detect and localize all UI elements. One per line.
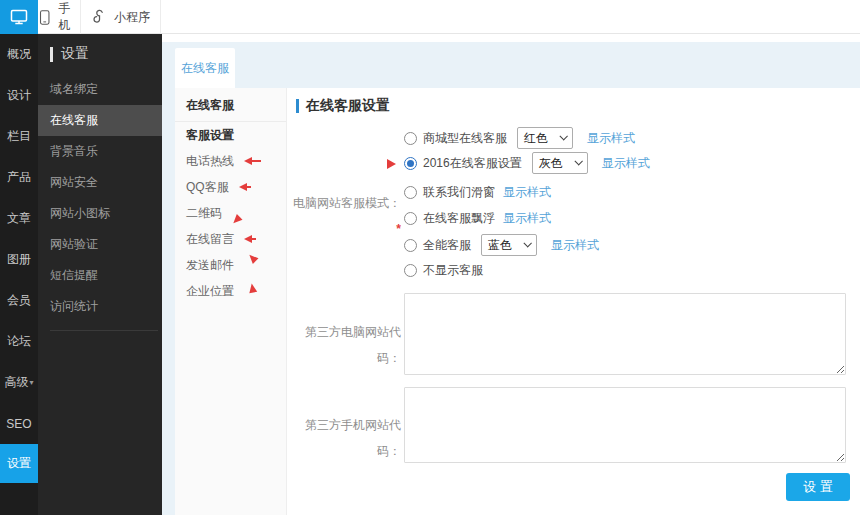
- select-value: 蓝色: [488, 237, 512, 254]
- pc-mode-label-text: 电脑网站客服模式：: [293, 196, 401, 210]
- row-mall-service: 商城型在线客服 红色 显示样式: [404, 125, 635, 151]
- chevron-down-icon: [574, 157, 582, 165]
- miniprogram-tab-label: 小程序: [114, 9, 150, 26]
- red-down-left-arrow-icon: [230, 214, 242, 226]
- monitor-icon: [9, 7, 29, 27]
- rail-item-forum[interactable]: 论坛: [0, 321, 38, 362]
- header-accent-bar: [50, 47, 53, 62]
- rail-item-articles[interactable]: 文章: [0, 198, 38, 239]
- radio-contact-slide-label: 联系我们滑窗: [423, 184, 495, 201]
- submenu-item-phone-hotline[interactable]: 电话热线: [175, 148, 286, 174]
- color-select-2016[interactable]: 灰色: [532, 152, 588, 174]
- show-style-link-contact[interactable]: 显示样式: [503, 184, 551, 201]
- settings-item-online-service[interactable]: 在线客服: [38, 105, 162, 136]
- rail-item-advanced[interactable]: 高级▾: [0, 362, 38, 403]
- miniprogram-icon: [91, 9, 107, 26]
- desktop-version-tab[interactable]: [0, 0, 38, 34]
- tab-online-service[interactable]: 在线客服: [175, 48, 235, 88]
- rail-item-label: 图册: [7, 251, 31, 268]
- chevron-down-icon: [559, 132, 567, 140]
- radio-almighty-service[interactable]: [404, 239, 417, 252]
- topbar: 手机 小程序: [0, 0, 860, 34]
- radio-hide-service-label: 不显示客服: [423, 262, 483, 279]
- row-almighty-service: 全能客服 蓝色 显示样式: [404, 232, 599, 258]
- row-2016-service: 2016在线客服设置 灰色 显示样式: [404, 150, 650, 176]
- settings-item-site-security[interactable]: 网站安全: [38, 167, 162, 198]
- title-accent-bar: [296, 99, 299, 113]
- rail-item-label: 高级: [4, 374, 28, 391]
- rail-item-label: 设置: [7, 455, 31, 472]
- settings-item-background-music[interactable]: 背景音乐: [38, 136, 162, 167]
- app-window: 手机 小程序 概况 设计 栏目 产品 文章 图册 会员 论坛 高级▾ SEO 设…: [0, 0, 860, 515]
- submenu-item-label: 在线留言: [186, 231, 234, 248]
- rail-item-seo[interactable]: SEO: [0, 403, 38, 444]
- submenu-header: 在线客服: [175, 88, 286, 122]
- primary-sidebar: 概况 设计 栏目 产品 文章 图册 会员 论坛 高级▾ SEO 设置: [0, 34, 38, 515]
- submenu-item-service-settings[interactable]: 客服设置: [175, 122, 286, 148]
- rail-item-overview[interactable]: 概况: [0, 34, 38, 75]
- service-submenu: 在线客服 客服设置 电话热线 QQ客服 二维码 在线留言 发送邮件: [175, 88, 287, 515]
- caret-down-icon: ▾: [29, 378, 33, 387]
- row-hide-service: 不显示客服: [404, 257, 483, 283]
- submenu-item-online-message[interactable]: 在线留言: [175, 226, 286, 252]
- rail-item-settings[interactable]: 设置: [0, 444, 38, 483]
- select-value: 红色: [524, 130, 548, 147]
- rail-item-members[interactable]: 会员: [0, 280, 38, 321]
- settings-item-visit-statistics[interactable]: 访问统计: [38, 291, 162, 322]
- submenu-item-qr-code[interactable]: 二维码: [175, 200, 286, 226]
- radio-contact-slide[interactable]: [404, 186, 417, 199]
- pc-code-label: 第三方电脑网站代码：: [288, 319, 401, 345]
- submit-settings-button[interactable]: 设 置: [786, 473, 850, 501]
- radio-almighty-service-label: 全能客服: [423, 237, 471, 254]
- rail-item-products[interactable]: 产品: [0, 157, 38, 198]
- page-title: 在线客服设置: [306, 97, 390, 115]
- submenu-item-label: 电话热线: [186, 153, 234, 170]
- rail-item-label: 概况: [7, 46, 31, 63]
- submenu-item-send-email[interactable]: 发送邮件: [175, 252, 286, 278]
- settings-item-sms-reminder[interactable]: 短信提醒: [38, 260, 162, 291]
- rail-item-columns[interactable]: 栏目: [0, 116, 38, 157]
- red-right-arrow-icon: [387, 159, 396, 169]
- color-select-mall[interactable]: 红色: [517, 127, 573, 149]
- settings-item-favicon[interactable]: 网站小图标: [38, 198, 162, 229]
- submenu-item-company-location[interactable]: 企业位置: [175, 278, 286, 304]
- rail-item-label: 栏目: [7, 128, 31, 145]
- mobile-code-label: 第三方手机网站代码：: [288, 412, 401, 438]
- submenu-item-label: 二维码: [186, 205, 222, 222]
- left-gutter: [162, 88, 175, 515]
- show-style-link-mall[interactable]: 显示样式: [587, 130, 635, 147]
- mobile-code-textarea[interactable]: [404, 387, 846, 463]
- select-value: 灰色: [539, 155, 563, 172]
- radio-mall-service[interactable]: [404, 132, 417, 145]
- submenu-item-qq-service[interactable]: QQ客服: [175, 174, 286, 200]
- submenu-item-label: 发送邮件: [186, 257, 234, 274]
- show-style-link-float[interactable]: 显示样式: [503, 210, 551, 227]
- pc-mode-label: 电脑网站客服模式：*: [288, 190, 401, 216]
- pc-code-textarea[interactable]: [404, 293, 846, 375]
- radio-hide-service[interactable]: [404, 264, 417, 277]
- show-style-link-almighty[interactable]: 显示样式: [551, 237, 599, 254]
- red-left-arrow-icon: [248, 238, 256, 240]
- rail-item-label: SEO: [6, 417, 31, 431]
- submenu-item-label: 企业位置: [186, 283, 234, 300]
- sidebar-divider: [50, 330, 158, 331]
- page-title-row: 在线客服设置: [296, 97, 390, 115]
- radio-float-service[interactable]: [404, 212, 417, 225]
- settings-item-site-verification[interactable]: 网站验证: [38, 229, 162, 260]
- red-up-left-arrow-icon: [246, 252, 258, 264]
- miniprogram-tab[interactable]: 小程序: [81, 0, 161, 34]
- rail-item-label: 会员: [7, 292, 31, 309]
- content-area: 在线客服 在线客服 客服设置 电话热线 QQ客服 二维码 在线留言: [162, 34, 860, 515]
- row-contact-slide: 联系我们滑窗 显示样式: [404, 179, 551, 205]
- rail-item-design[interactable]: 设计: [0, 75, 38, 116]
- chevron-down-icon: [523, 239, 531, 247]
- online-service-settings-form: 在线客服设置 商城型在线客服 红色 显示样式 2016在线客服设置 灰色: [288, 88, 860, 515]
- color-select-almighty[interactable]: 蓝色: [481, 234, 537, 256]
- rail-item-gallery[interactable]: 图册: [0, 239, 38, 280]
- show-style-link-2016[interactable]: 显示样式: [602, 155, 650, 172]
- rail-item-label: 文章: [7, 210, 31, 227]
- radio-2016-service[interactable]: [404, 157, 417, 170]
- mobile-version-tab[interactable]: 手机: [38, 0, 81, 34]
- red-left-arrow-icon: [248, 160, 261, 162]
- settings-item-domain-binding[interactable]: 域名绑定: [38, 74, 162, 105]
